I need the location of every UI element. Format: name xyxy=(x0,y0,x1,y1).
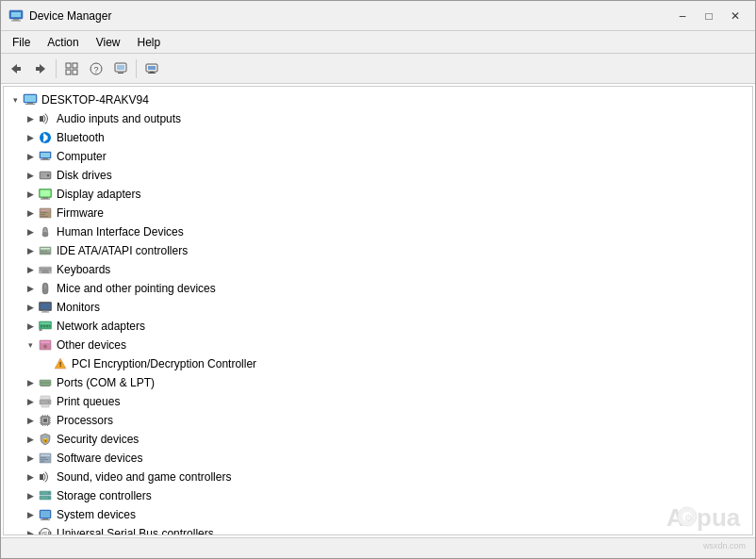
list-item[interactable]: ▶ Bluetooth xyxy=(4,128,752,147)
item-label: Disk drives xyxy=(57,169,112,182)
svg-point-115 xyxy=(48,492,50,494)
svg-rect-94 xyxy=(40,418,41,419)
tree-view[interactable]: ▾ DESKTOP-4RAKV94 ▶ xyxy=(3,86,753,535)
list-item[interactable]: ▶ Computer xyxy=(4,147,752,166)
close-button[interactable]: ✕ xyxy=(723,7,748,25)
item-label: Computer xyxy=(57,150,107,163)
list-item[interactable]: ▶ Network adapters xyxy=(4,317,752,336)
minimize-button[interactable]: – xyxy=(670,7,695,25)
expander[interactable]: ▶ xyxy=(23,451,38,466)
svg-rect-45 xyxy=(44,228,46,231)
toolbar-separator-1 xyxy=(56,59,57,78)
list-item[interactable]: ▶ Display adapters xyxy=(4,185,752,204)
monitor-icon xyxy=(38,300,53,315)
expander[interactable]: ▶ xyxy=(23,300,38,315)
toolbar: ? xyxy=(1,54,755,84)
item-label: Firmware xyxy=(57,206,104,220)
help-button[interactable]: ? xyxy=(85,58,107,80)
list-item[interactable]: ▶ xyxy=(4,411,752,430)
item-label: Bluetooth xyxy=(57,131,105,144)
expander[interactable]: ▶ xyxy=(23,526,38,535)
list-item[interactable]: ▶ Disk drives xyxy=(4,166,752,185)
expander[interactable]: ▶ xyxy=(23,243,38,258)
forward-button[interactable] xyxy=(29,58,52,80)
list-item[interactable]: ▶ Monitors xyxy=(4,298,752,317)
expander[interactable]: ▶ xyxy=(23,206,38,221)
list-item[interactable]: ▶ Human Interface Devices xyxy=(4,222,752,241)
svg-rect-86 xyxy=(41,386,50,386)
menu-file[interactable]: File xyxy=(5,34,38,51)
svg-rect-104 xyxy=(45,425,46,427)
svg-rect-102 xyxy=(47,415,48,417)
item-label: Mice and other pointing devices xyxy=(57,282,216,295)
svg-point-81 xyxy=(41,382,42,384)
tree-root[interactable]: ▾ DESKTOP-4RAKV94 xyxy=(4,90,752,109)
maximize-button[interactable]: □ xyxy=(697,7,721,25)
expander[interactable]: ▶ xyxy=(23,488,38,503)
expander[interactable]: ▶ xyxy=(23,432,38,447)
expander[interactable]: ▶ xyxy=(23,149,38,164)
expander[interactable]: ▶ xyxy=(23,469,38,485)
svg-rect-101 xyxy=(45,415,46,417)
item-label: IDE ATA/ATAPI controllers xyxy=(57,244,188,257)
list-item[interactable]: ▶ USB Universal Serial Bus controllers xyxy=(4,524,752,535)
svg-rect-112 xyxy=(40,474,43,480)
monitor-button[interactable] xyxy=(140,58,163,80)
svg-point-84 xyxy=(46,382,48,384)
item-label: Network adapters xyxy=(57,320,145,333)
expander[interactable]: ▶ xyxy=(23,262,38,277)
list-item[interactable]: ▶ Firmware xyxy=(4,204,752,222)
list-item[interactable]: ▶ Audio inputs and outputs xyxy=(4,109,752,128)
root-label: DESKTOP-4RAKV94 xyxy=(41,93,149,107)
svg-text:USB: USB xyxy=(39,531,52,535)
warning-icon: ! xyxy=(53,356,68,371)
expander[interactable]: ▾ xyxy=(23,337,38,353)
view-device-button[interactable] xyxy=(60,58,83,80)
item-label: Human Interface Devices xyxy=(57,225,184,238)
list-item[interactable]: ▾ Other devices xyxy=(4,336,752,354)
root-expander[interactable]: ▾ xyxy=(8,92,23,107)
list-item[interactable]: ▶ Ports (COM & LPT) xyxy=(4,373,752,392)
menu-view[interactable]: View xyxy=(89,34,128,51)
svg-point-33 xyxy=(47,174,50,177)
expander[interactable]: ▶ xyxy=(23,187,38,202)
list-item[interactable]: ▶ ! PCI Encryption/Decryption Controller xyxy=(4,354,752,373)
svg-rect-35 xyxy=(41,176,44,177)
svg-rect-37 xyxy=(41,190,51,197)
expander[interactable]: ▶ xyxy=(23,130,38,145)
expander[interactable]: ▶ xyxy=(23,281,38,296)
svg-rect-24 xyxy=(25,104,35,105)
sound-icon xyxy=(38,469,53,485)
item-label: PCI Encryption/Decryption Controller xyxy=(72,357,256,370)
print-icon xyxy=(38,394,53,409)
list-item[interactable]: ▶ 🔒 Security devices xyxy=(4,430,752,449)
expander[interactable]: ▶ xyxy=(23,507,38,522)
item-label: Print queues xyxy=(57,395,120,408)
svg-rect-58 xyxy=(50,268,52,270)
item-label: System devices xyxy=(57,508,136,521)
expander[interactable]: ▶ xyxy=(23,375,38,390)
list-item[interactable]: ▶ IDE ATA/ATAPI controllers xyxy=(4,241,752,260)
list-item[interactable]: ▶ Sound, video and game controllers xyxy=(4,468,752,486)
svg-point-116 xyxy=(48,497,50,499)
network-icon xyxy=(38,319,53,334)
mouse-icon xyxy=(38,281,53,296)
list-item[interactable]: ▶ Software devices xyxy=(4,449,752,468)
list-item[interactable]: ▶ System devices xyxy=(4,505,752,524)
list-item[interactable]: ▶ Print queues xyxy=(4,392,752,411)
svg-rect-56 xyxy=(46,268,48,270)
menu-help[interactable]: Help xyxy=(130,34,169,51)
list-item[interactable]: ▶ Keyboar xyxy=(4,260,752,279)
expander[interactable]: ▶ xyxy=(23,394,38,409)
properties-button[interactable] xyxy=(109,58,132,80)
bluetooth-icon xyxy=(38,130,53,145)
menu-action[interactable]: Action xyxy=(40,34,86,51)
expander[interactable]: ▶ xyxy=(23,224,38,239)
back-button[interactable] xyxy=(5,58,27,80)
list-item[interactable]: ▶ Mice and other pointing devices xyxy=(4,279,752,298)
expander[interactable]: ▶ xyxy=(23,319,38,334)
list-item[interactable]: ▶ Storage controllers xyxy=(4,486,752,505)
expander[interactable]: ▶ xyxy=(23,413,38,428)
expander[interactable]: ▶ xyxy=(23,111,38,126)
expander[interactable]: ▶ xyxy=(23,168,38,183)
